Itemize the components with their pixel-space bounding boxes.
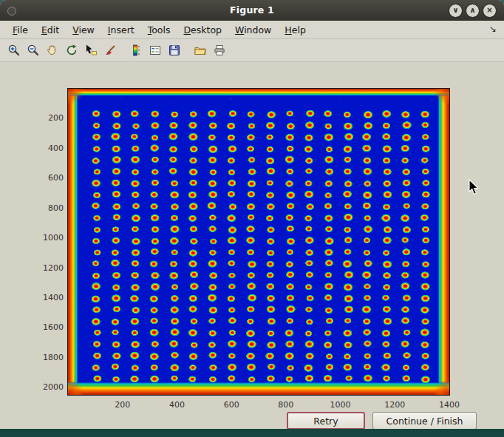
dock-arrow-icon[interactable]: ↘ (489, 24, 497, 34)
window-title: Figure 1 (0, 4, 504, 16)
y-tick-label: 2000 (33, 382, 64, 392)
menu-tools[interactable]: Tools (141, 22, 177, 38)
figure-content: Retry Continue / Finish 2004006008001000… (0, 62, 504, 430)
menu-insert[interactable]: Insert (101, 22, 141, 38)
title-bar: Figure 1 ∨ ∧ × (0, 0, 504, 21)
toolbar (0, 39, 504, 62)
x-tick-label: 200 (106, 400, 139, 410)
x-tick-label: 600 (215, 400, 248, 410)
x-tick-label: 1000 (324, 400, 357, 410)
x-tick-label: 1400 (433, 400, 466, 410)
menu-bar: File Edit View Insert Tools Desktop Wind… (0, 21, 504, 39)
y-tick-label: 1200 (33, 263, 64, 273)
menu-help[interactable]: Help (278, 22, 313, 38)
zoom-out-icon[interactable] (24, 41, 42, 59)
x-tick-label: 1200 (378, 400, 411, 410)
minimize-button[interactable]: ∨ (449, 4, 463, 18)
menu-file[interactable]: File (6, 22, 35, 38)
maximize-button[interactable]: ∧ (466, 4, 480, 18)
insert-legend-icon[interactable] (146, 41, 164, 59)
continue-finish-button[interactable]: Continue / Finish (372, 412, 477, 430)
open-folder-icon[interactable] (191, 41, 209, 59)
y-tick-label: 600 (33, 173, 64, 183)
retry-button[interactable]: Retry (287, 412, 365, 430)
print-icon[interactable] (211, 41, 228, 59)
zoom-in-icon[interactable] (5, 41, 23, 59)
y-tick-label: 800 (33, 203, 64, 213)
toolbar-separator (120, 41, 126, 59)
y-tick-label: 1600 (33, 322, 64, 332)
menu-desktop[interactable]: Desktop (177, 22, 228, 38)
menu-edit[interactable]: Edit (35, 22, 66, 38)
save-icon[interactable] (166, 41, 183, 59)
y-tick-label: 400 (33, 143, 64, 153)
close-button[interactable]: × (483, 4, 497, 18)
figure-window: Figure 1 ∨ ∧ × File Edit View Insert Too… (0, 0, 504, 429)
y-tick-label: 200 (33, 113, 64, 123)
x-tick-label: 800 (270, 400, 302, 410)
pan-hand-icon[interactable] (44, 41, 61, 59)
x-tick-label: 400 (160, 400, 193, 410)
desktop-strip (0, 429, 504, 437)
menu-window[interactable]: Window (228, 22, 278, 38)
axes-frame (67, 88, 450, 396)
rotate-3d-icon[interactable] (63, 41, 81, 59)
data-cursor-icon[interactable] (82, 41, 100, 59)
menu-view[interactable]: View (66, 22, 101, 38)
y-tick-label: 1000 (33, 233, 64, 243)
heatmap-canvas[interactable] (68, 89, 449, 395)
y-tick-label: 1400 (33, 293, 64, 302)
toolbar-separator (184, 41, 191, 59)
brush-icon[interactable] (101, 41, 119, 59)
y-tick-label: 1800 (33, 353, 64, 362)
insert-colorbar-icon[interactable] (127, 41, 145, 59)
